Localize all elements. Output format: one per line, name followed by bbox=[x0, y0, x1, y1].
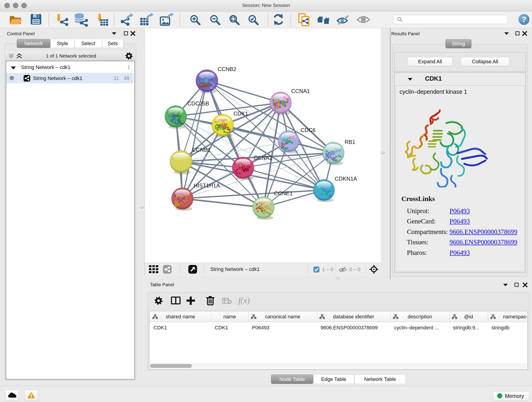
svg-text:CCNB1: CCNB1 bbox=[192, 147, 210, 153]
svg-text:CDC25B: CDC25B bbox=[187, 100, 209, 107]
svg-text:CDC6: CDC6 bbox=[301, 127, 316, 133]
svg-text:RB1: RB1 bbox=[345, 139, 355, 145]
svg-text:HIST1H1A: HIST1H1A bbox=[194, 182, 220, 189]
svg-text:CDK1: CDK1 bbox=[234, 110, 248, 117]
svg-text:CDKN1A: CDKN1A bbox=[335, 176, 357, 182]
svg-text:CCNA1: CCNA1 bbox=[291, 88, 310, 94]
svg-text:CCNB2: CCNB2 bbox=[218, 66, 236, 72]
svg-text:CCNE1: CCNE1 bbox=[274, 190, 293, 196]
svg-text:CCNA2: CCNA2 bbox=[254, 155, 272, 161]
